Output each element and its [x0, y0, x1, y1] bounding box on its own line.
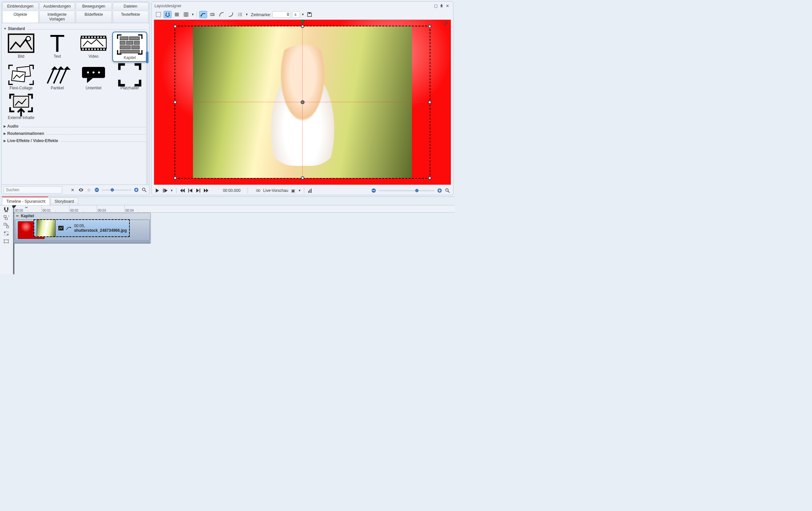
toolbox-scrollbar[interactable]	[146, 51, 148, 185]
tool-label: Platzhalter	[120, 86, 139, 90]
save-icon[interactable]	[306, 11, 314, 18]
section-standard[interactable]: ▼Standard	[4, 26, 147, 31]
play-dropdown-icon[interactable]: ▼	[170, 189, 173, 192]
tab-dateien[interactable]: Dateien	[113, 2, 149, 10]
chapter-block[interactable]: ━ Kapitel 00:05, pexels-pixabay-46174.jp…	[14, 213, 151, 244]
curve-out-icon[interactable]	[227, 11, 235, 18]
live-preview-label[interactable]: Live-Vorschau	[263, 188, 288, 193]
eyedropper-icon[interactable]	[443, 21, 449, 27]
zoom-in-canvas-icon[interactable]	[437, 188, 442, 193]
keyframe-tool-icon[interactable]	[208, 11, 216, 18]
tool-text[interactable]: T Text	[40, 32, 75, 62]
tab-intelligente-vorlagen[interactable]: Intelligente Vorlagen	[39, 10, 76, 23]
play-from-icon[interactable]	[162, 188, 168, 193]
layout-designer-panel: Layoutdesigner ▢ ✕ ▼ ▼ Zeitmarke: s ▼	[151, 1, 454, 195]
group-tracks-icon[interactable]	[3, 222, 9, 228]
tool-bild[interactable]: Bild	[4, 32, 38, 62]
close-icon[interactable]: ✕	[444, 3, 451, 9]
handle-tr[interactable]	[428, 25, 431, 28]
select-tool-icon[interactable]	[154, 11, 162, 18]
unit-dropdown-icon[interactable]: ▼	[301, 13, 304, 16]
next-frame-icon[interactable]	[195, 188, 201, 193]
tab-bildeffekte[interactable]: Bildeffekte	[76, 10, 112, 23]
tab-bewegungen[interactable]: Bewegungen	[76, 2, 112, 10]
rotate-handle[interactable]	[301, 20, 304, 23]
cut-tool-icon[interactable]	[3, 207, 9, 213]
section-label: Routenanimationen	[7, 131, 44, 136]
svg-rect-13	[104, 36, 105, 38]
svg-marker-34	[65, 67, 69, 69]
handle-tm[interactable]	[301, 25, 304, 28]
canvas[interactable]	[154, 20, 451, 185]
star-icon[interactable]: ☆	[86, 187, 92, 193]
svg-point-39	[98, 71, 100, 73]
snap-tool-icon[interactable]	[164, 11, 172, 18]
handle-tl[interactable]	[174, 25, 177, 28]
path-tool-icon[interactable]	[199, 11, 207, 18]
tool-partikel[interactable]: Partikel	[40, 63, 75, 92]
tab-objekte[interactable]: Objekte	[2, 10, 38, 23]
align-tool-icon[interactable]	[173, 11, 181, 18]
list-dropdown-icon[interactable]: ▼	[245, 13, 248, 16]
tab-timeline[interactable]: Timeline - Spuransicht	[2, 197, 50, 205]
handle-ml[interactable]	[174, 101, 177, 104]
section-audio[interactable]: ▶Audio	[4, 124, 147, 129]
zoom-out-icon[interactable]	[94, 187, 100, 193]
svg-rect-40	[13, 96, 29, 107]
list-tool-icon[interactable]	[236, 11, 244, 18]
play-icon[interactable]	[154, 188, 161, 193]
add-track-icon[interactable]: +	[3, 215, 9, 220]
handle-bm[interactable]	[301, 177, 304, 180]
svg-point-76	[256, 190, 258, 192]
svg-line-47	[145, 191, 147, 192]
handle-br[interactable]	[428, 177, 431, 180]
timemark-input[interactable]	[272, 11, 291, 18]
settings-levels-icon[interactable]	[307, 188, 313, 193]
skip-end-icon[interactable]	[203, 188, 209, 193]
search-icon[interactable]	[141, 187, 147, 193]
maximize-icon[interactable]: ▢	[433, 3, 439, 9]
timemark-unit[interactable]: s	[292, 11, 300, 18]
crop-timeline-icon[interactable]	[3, 231, 9, 236]
tool-flexi-collage[interactable]: Flexi-Collage	[4, 63, 38, 92]
clip-2[interactable]: 00:05, shutterstock_248734966.jpg	[34, 219, 130, 237]
section-live-effekte[interactable]: ▶Live-Effekte / Video-Effekte	[4, 138, 147, 143]
section-label: Audio	[7, 124, 19, 129]
tab-storyboard[interactable]: Storyboard	[50, 197, 78, 205]
clip-duration: 00:05,	[74, 223, 85, 228]
tool-video[interactable]: Video	[76, 32, 111, 62]
tool-kapitel[interactable]: Kapitel	[112, 32, 147, 62]
tool-externe-inhalte[interactable]: Externe Inhalte	[4, 93, 38, 121]
toolbox-zoom-slider[interactable]	[102, 188, 132, 192]
svg-rect-48	[156, 12, 161, 17]
tab-einblendungen[interactable]: Einblendungen	[2, 2, 38, 10]
grid-dropdown-icon[interactable]: ▼	[191, 13, 194, 16]
timeline-ruler[interactable]: ✂ 00:00 00:01 00:02 00:03 00:04	[12, 206, 455, 213]
tab-texteffekte[interactable]: Texteffekte	[113, 10, 149, 23]
section-routenanimationen[interactable]: ▶Routenanimationen	[4, 131, 147, 136]
clear-search-icon[interactable]: ✕	[69, 187, 76, 193]
grid-tool-icon[interactable]	[182, 11, 190, 18]
scissors-icon[interactable]: ✂	[25, 206, 28, 209]
handle-mr[interactable]	[428, 101, 431, 104]
svg-rect-92	[4, 216, 6, 217]
eye-icon[interactable]	[78, 187, 84, 193]
tool-untertitel[interactable]: Untertitel	[76, 63, 111, 92]
pivot-handle[interactable]	[301, 100, 304, 104]
handle-bl[interactable]	[174, 177, 177, 180]
canvas-zoom-slider[interactable]	[379, 188, 435, 193]
tool-platzhalter[interactable]: Platzhalter	[112, 63, 147, 92]
zoom-out-canvas-icon[interactable]	[371, 188, 377, 193]
skip-start-icon[interactable]	[179, 188, 185, 193]
preview-settings-icon[interactable]: ▣	[290, 188, 296, 193]
pin-icon[interactable]	[439, 3, 444, 9]
fit-timeline-icon[interactable]	[3, 238, 9, 244]
tab-ausblendungen[interactable]: Ausblendungen	[39, 2, 76, 10]
selection-frame[interactable]	[175, 26, 430, 179]
fit-zoom-icon[interactable]	[444, 188, 451, 193]
preview-dropdown-icon[interactable]: ▼	[298, 189, 301, 192]
zoom-in-icon[interactable]	[133, 187, 139, 193]
prev-frame-icon[interactable]	[187, 188, 193, 193]
curve-in-icon[interactable]	[218, 11, 226, 18]
search-input[interactable]	[4, 186, 62, 193]
